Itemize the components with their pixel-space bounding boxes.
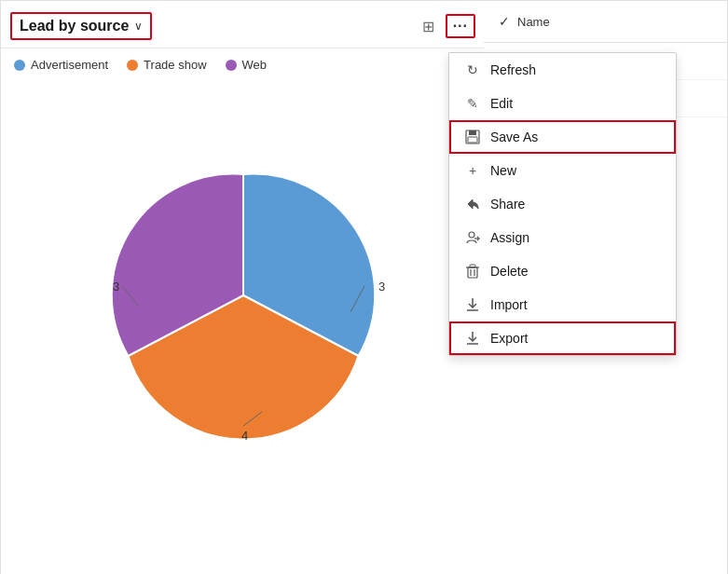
assign-icon bbox=[464, 229, 481, 246]
menu-label-edit: Edit bbox=[490, 96, 513, 111]
export-icon bbox=[464, 330, 481, 347]
chart-header: Lead by source ∨ ⊞ ··· bbox=[1, 1, 485, 48]
menu-item-save-as[interactable]: Save As bbox=[449, 120, 676, 154]
menu-item-delete[interactable]: Delete bbox=[449, 254, 676, 288]
legend-dot-advertisement bbox=[14, 60, 25, 71]
menu-item-import[interactable]: Import bbox=[449, 288, 676, 321]
column-name-label: Name bbox=[517, 15, 550, 29]
share-icon bbox=[464, 196, 481, 212]
menu-label-share: Share bbox=[490, 197, 525, 212]
legend-dot-tradeshow bbox=[127, 60, 138, 71]
svg-rect-2 bbox=[468, 137, 477, 143]
expand-button[interactable]: ⊞ bbox=[419, 16, 438, 37]
menu-item-edit[interactable]: ✎ Edit bbox=[449, 87, 676, 120]
legend-label-tradeshow: Trade show bbox=[144, 58, 206, 72]
svg-rect-9 bbox=[470, 265, 475, 267]
chart-title: Lead by source bbox=[20, 18, 129, 34]
legend-item-web: Web bbox=[226, 58, 268, 72]
menu-item-new[interactable]: + New bbox=[449, 154, 676, 187]
data-label-web: 3 bbox=[113, 280, 119, 294]
chart-area: 3 4 3 bbox=[1, 81, 485, 510]
main-container: Lead by source ∨ ⊞ ··· Advertisement Tra… bbox=[0, 0, 728, 574]
menu-item-share[interactable]: Share bbox=[449, 187, 676, 221]
dropdown-menu: ↻ Refresh ✎ Edit Save As + New bbox=[448, 52, 677, 356]
new-icon: + bbox=[464, 162, 481, 179]
refresh-icon: ↻ bbox=[464, 62, 481, 78]
chart-panel: Lead by source ∨ ⊞ ··· Advertisement Tra… bbox=[1, 1, 486, 574]
menu-item-refresh[interactable]: ↻ Refresh bbox=[449, 53, 676, 87]
chart-actions: ⊞ ··· bbox=[419, 14, 475, 38]
legend-item-tradeshow: Trade show bbox=[127, 58, 206, 72]
edit-icon: ✎ bbox=[464, 95, 481, 112]
menu-item-assign[interactable]: Assign bbox=[449, 221, 676, 254]
more-icon: ··· bbox=[453, 18, 468, 34]
delete-icon bbox=[464, 263, 481, 280]
chart-title-area[interactable]: Lead by source ∨ bbox=[10, 12, 152, 40]
legend-label-advertisement: Advertisement bbox=[31, 58, 108, 72]
import-icon bbox=[464, 296, 481, 313]
save-as-icon bbox=[464, 129, 481, 145]
right-panel-header: ✓ Name bbox=[484, 1, 727, 43]
pie-chart: 3 4 3 bbox=[94, 146, 392, 444]
legend: Advertisement Trade show Web bbox=[1, 48, 485, 81]
menu-label-refresh: Refresh bbox=[490, 62, 536, 77]
expand-icon: ⊞ bbox=[422, 19, 434, 34]
check-icon: ✓ bbox=[499, 14, 510, 29]
legend-item-advertisement: Advertisement bbox=[14, 58, 108, 72]
svg-point-3 bbox=[469, 232, 474, 238]
svg-rect-1 bbox=[469, 130, 476, 135]
legend-label-web: Web bbox=[242, 58, 268, 72]
menu-label-delete: Delete bbox=[490, 264, 528, 279]
svg-rect-5 bbox=[468, 267, 477, 278]
data-label-tradeshow: 4 bbox=[241, 429, 248, 443]
menu-label-export: Export bbox=[490, 331, 528, 346]
menu-label-save-as: Save As bbox=[490, 130, 538, 144]
menu-label-new: New bbox=[490, 163, 516, 178]
menu-label-assign: Assign bbox=[490, 230, 529, 245]
legend-dot-web bbox=[226, 60, 237, 71]
data-label-advertisement: 3 bbox=[378, 280, 385, 294]
more-options-button[interactable]: ··· bbox=[446, 14, 475, 38]
chevron-down-icon: ∨ bbox=[134, 20, 143, 33]
menu-label-import: Import bbox=[490, 297, 528, 312]
menu-item-export[interactable]: Export bbox=[449, 321, 676, 355]
